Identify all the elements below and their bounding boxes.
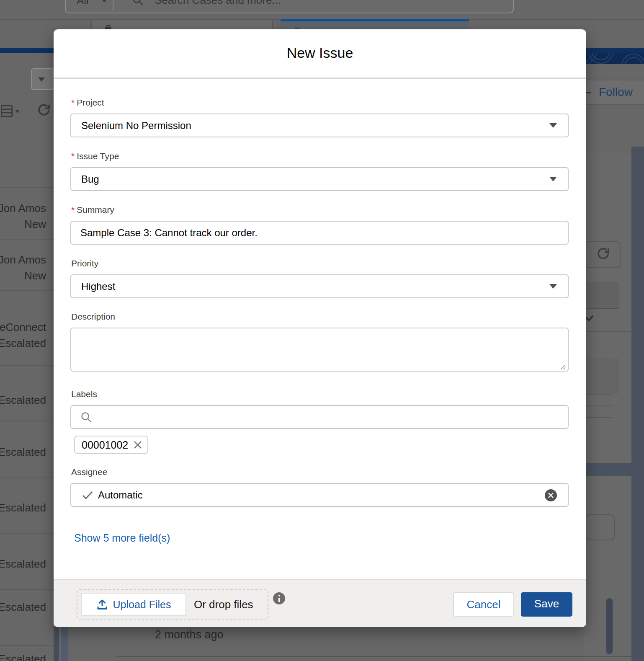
modal-header: New Issue: [54, 29, 586, 79]
modal-footer: Upload Files Or drop files Cancel Save: [54, 579, 586, 627]
assignee-combobox[interactable]: Automatic: [70, 483, 569, 507]
page-header-banner: [584, 53, 644, 64]
chevron-down-icon: [38, 77, 45, 82]
panel-tile: [585, 281, 619, 309]
description-textarea[interactable]: [70, 328, 569, 372]
feed-timestamp: 2 months ago: [155, 628, 224, 641]
table-row: eConnect: [0, 321, 46, 334]
required-marker: *: [71, 151, 75, 161]
chevron-down-icon: [549, 284, 557, 289]
summary-label: *Summary: [71, 205, 114, 215]
divider: [0, 645, 54, 646]
remove-chip-icon[interactable]: [133, 440, 142, 449]
project-label: *Project: [71, 98, 104, 108]
file-drop-zone[interactable]: Upload Files Or drop files: [77, 589, 268, 620]
banner-pattern: [584, 53, 644, 64]
status-cell: Escalated: [0, 394, 46, 407]
search-scope-selector[interactable]: All: [77, 0, 89, 13]
description-label: Description: [71, 312, 115, 322]
priority-select[interactable]: Highest: [70, 274, 569, 298]
follow-button[interactable]: Follow: [599, 85, 633, 99]
show-more-fields-link[interactable]: Show 5 more field(s): [74, 532, 170, 544]
upload-files-label: Upload Files: [113, 599, 171, 611]
global-search-bar[interactable]: All Search Cases and more...: [65, 0, 514, 13]
divider: [0, 421, 54, 421]
save-button[interactable]: Save: [521, 592, 572, 617]
info-icon[interactable]: [273, 592, 285, 604]
clear-assignee-button[interactable]: [545, 489, 557, 501]
app-background: [584, 463, 644, 476]
divider: [585, 405, 612, 406]
search-input[interactable]: Search Cases and more...: [155, 0, 281, 12]
label-chip-text: 00001002: [82, 439, 128, 451]
divider: [585, 417, 612, 418]
table-row: Jon Amos: [0, 253, 46, 266]
resize-handle[interactable]: [559, 364, 566, 370]
refresh-icon: [596, 248, 611, 262]
chevron-down-icon: [549, 123, 557, 128]
refresh-icon[interactable]: [37, 104, 51, 118]
project-value: Selenium No Permission: [81, 114, 191, 137]
status-cell: New: [24, 218, 46, 231]
close-icon: [548, 492, 554, 498]
timeline-rail: [61, 627, 68, 661]
list-view-dropdown-button[interactable]: [31, 68, 54, 90]
project-select[interactable]: Selenium No Permission: [70, 114, 569, 137]
add-icon: [586, 92, 591, 93]
new-issue-modal: New Issue *Project Selenium No Permissio…: [54, 29, 586, 627]
divider: [0, 187, 54, 188]
scrollbar-thumb[interactable]: [606, 598, 613, 654]
status-cell: Escalated: [0, 653, 46, 661]
priority-label: Priority: [71, 258, 98, 269]
app-background: [631, 147, 644, 661]
status-cell: Escalated: [0, 337, 46, 350]
timeline-rail: [54, 627, 59, 661]
display-as-icon[interactable]: [1, 105, 20, 119]
app-page: All Search Cases and more...: [0, 0, 644, 661]
search-icon: [132, 0, 144, 6]
table-row: Jon Amos: [0, 202, 46, 215]
issue-type-select[interactable]: Bug: [70, 167, 569, 191]
divider: [0, 533, 54, 534]
status-cell: Escalated: [0, 446, 46, 459]
upload-icon: [96, 599, 108, 610]
chevron-down-icon: [101, 0, 108, 3]
labels-label: Labels: [71, 389, 97, 399]
panel-tile: [585, 358, 619, 394]
search-icon: [80, 411, 92, 423]
upload-files-button[interactable]: Upload Files: [81, 593, 186, 616]
summary-input[interactable]: [70, 221, 569, 245]
issue-type-label: *Issue Type: [71, 151, 119, 161]
required-marker: *: [71, 205, 75, 214]
priority-value: Highest: [81, 275, 115, 297]
refresh-button[interactable]: [585, 241, 621, 268]
divider: [0, 239, 54, 240]
assignee-label: Assignee: [71, 467, 107, 477]
status-cell: New: [24, 269, 46, 282]
divider: [585, 394, 612, 395]
divider: [113, 0, 113, 11]
label-chip[interactable]: 00001002: [74, 436, 148, 454]
check-icon: [82, 491, 93, 499]
status-cell: Escalated: [0, 601, 46, 614]
divider: [0, 477, 54, 478]
divider: [0, 589, 54, 590]
divider: [0, 365, 54, 366]
panel-button[interactable]: [585, 514, 615, 540]
cancel-button[interactable]: Cancel: [453, 592, 514, 617]
divider: [115, 656, 631, 657]
issue-type-value: Bug: [81, 168, 99, 190]
chevron-down-icon: [549, 177, 557, 181]
status-cell: Escalated: [0, 501, 46, 514]
modal-title: New Issue: [54, 29, 586, 76]
assignee-value: Automatic: [98, 484, 143, 506]
drop-files-label: Or drop files: [194, 590, 253, 619]
follow-row: Follow: [586, 80, 644, 105]
divider: [0, 290, 54, 291]
divider: [585, 331, 631, 332]
status-cell: Escalated: [0, 558, 46, 571]
required-marker: *: [71, 98, 75, 107]
labels-search-input[interactable]: [70, 405, 569, 429]
